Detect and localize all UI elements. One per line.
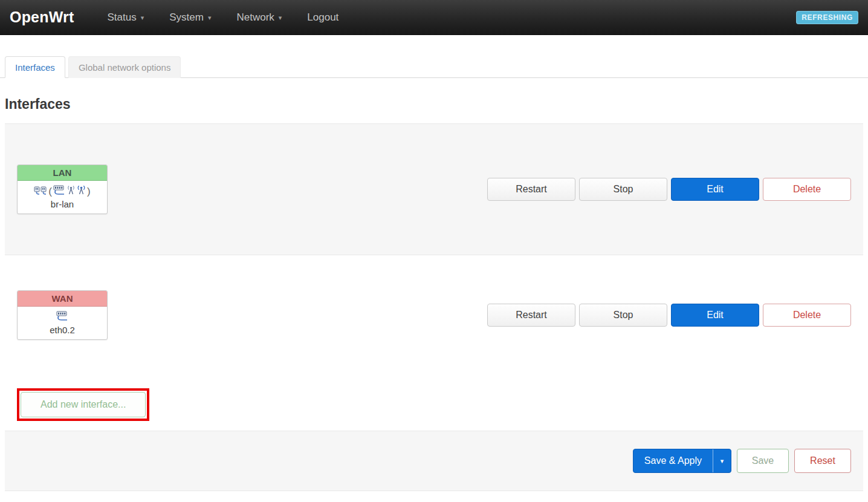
paren-close: ) bbox=[87, 186, 91, 197]
device-icons bbox=[20, 310, 105, 324]
stop-button[interactable]: Stop bbox=[579, 178, 667, 201]
nav-item-label: Logout bbox=[307, 11, 338, 24]
interface-actions-wan: Restart Stop Edit Delete bbox=[487, 304, 851, 327]
nav-item-system[interactable]: System ▾ bbox=[157, 5, 224, 30]
nav-item-status[interactable]: Status ▾ bbox=[95, 5, 157, 30]
interface-device-name: eth0.2 bbox=[20, 325, 105, 335]
bridge-icon bbox=[34, 186, 47, 197]
stop-button[interactable]: Stop bbox=[579, 304, 667, 327]
save-apply-dropdown-caret[interactable]: ▾ bbox=[713, 449, 731, 472]
interface-box-body: eth0.2 bbox=[18, 307, 107, 339]
interfaces-section: LAN bbox=[5, 123, 863, 491]
tab-global-network-options[interactable]: Global network options bbox=[68, 56, 181, 78]
save-apply-split-button: Save & Apply ▾ bbox=[633, 449, 731, 473]
delete-button[interactable]: Delete bbox=[763, 304, 851, 327]
interface-name: WAN bbox=[18, 291, 107, 307]
tab-interfaces[interactable]: Interfaces bbox=[5, 56, 65, 78]
interface-row-lan: LAN bbox=[5, 123, 863, 255]
add-interface-area: Add new interface... bbox=[5, 375, 863, 431]
add-new-interface-button[interactable]: Add new interface... bbox=[21, 392, 146, 417]
nav-item-label: Status bbox=[108, 11, 137, 24]
interface-row-wan: WAN bbox=[5, 255, 863, 375]
nav-item-label: Network bbox=[236, 11, 274, 24]
save-button[interactable]: Save bbox=[737, 449, 789, 473]
device-icons: ( bbox=[20, 184, 105, 198]
restart-button[interactable]: Restart bbox=[487, 178, 575, 201]
brand-logo: OpenWrt bbox=[10, 8, 74, 26]
ethernet-switch-icon bbox=[53, 185, 65, 197]
reset-button[interactable]: Reset bbox=[794, 449, 851, 473]
annotation-highlight-box: Add new interface... bbox=[17, 388, 149, 421]
wifi-icon bbox=[66, 185, 76, 197]
save-apply-button[interactable]: Save & Apply bbox=[633, 449, 713, 472]
paren-open: ( bbox=[48, 186, 52, 197]
caret-down-icon: ▾ bbox=[208, 15, 212, 21]
tab-bar: Interfaces Global network options bbox=[0, 56, 868, 78]
interface-box-wan: WAN bbox=[17, 290, 108, 340]
nav-item-logout[interactable]: Logout bbox=[294, 5, 351, 30]
nav-item-network[interactable]: Network ▾ bbox=[224, 5, 294, 30]
restart-button[interactable]: Restart bbox=[487, 304, 575, 327]
caret-down-icon: ▾ bbox=[141, 15, 144, 21]
top-nav: OpenWrt Status ▾ System ▾ Network ▾ Logo… bbox=[0, 0, 868, 35]
interface-box-body: ( bbox=[18, 181, 107, 214]
ethernet-switch-icon bbox=[56, 311, 68, 323]
refreshing-status-badge[interactable]: REFRESHING bbox=[796, 11, 858, 24]
interface-device-name: br-lan bbox=[20, 199, 105, 209]
save-actions-bar: Save & Apply ▾ Save Reset bbox=[5, 431, 863, 491]
edit-button[interactable]: Edit bbox=[671, 304, 759, 327]
openwrt-network-page: OpenWrt Status ▾ System ▾ Network ▾ Logo… bbox=[0, 0, 868, 502]
interface-name: LAN bbox=[18, 165, 107, 181]
delete-button[interactable]: Delete bbox=[763, 178, 851, 201]
nav-item-label: System bbox=[169, 11, 204, 24]
caret-down-icon: ▾ bbox=[279, 15, 282, 21]
interface-actions-lan: Restart Stop Edit Delete bbox=[487, 178, 851, 201]
interface-box-lan: LAN bbox=[17, 165, 108, 214]
edit-button[interactable]: Edit bbox=[671, 178, 759, 201]
wifi-icon bbox=[77, 185, 86, 197]
page-title: Interfaces bbox=[5, 96, 863, 112]
caret-down-icon: ▾ bbox=[721, 457, 724, 465]
